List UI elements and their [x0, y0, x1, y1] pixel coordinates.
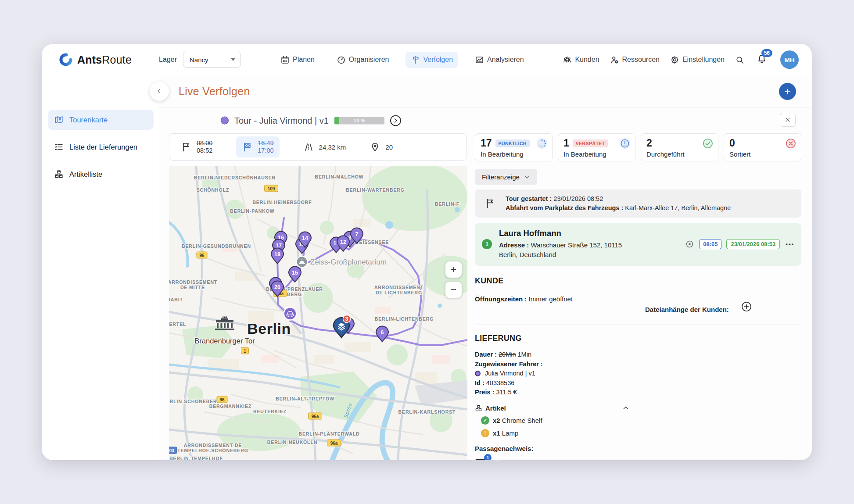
article-name: Lamp [502, 429, 519, 437]
stops-count: 20 [370, 142, 393, 153]
back-button[interactable] [150, 82, 169, 101]
spinner-icon [536, 138, 548, 149]
price-value: 311.5 € [496, 389, 517, 396]
planned-time-badge: 08:05 [699, 239, 721, 249]
proof-photo-button[interactable]: 1 [475, 458, 488, 461]
stat-label: In Bearbeitung [563, 150, 630, 158]
boxes-icon [475, 404, 482, 412]
person-gear-icon [610, 55, 619, 64]
district-label: IN-MOABIT [169, 297, 183, 302]
tab-analysieren[interactable]: Analysieren [470, 52, 529, 68]
svg-text:96: 96 [199, 253, 205, 258]
svg-text:15: 15 [292, 270, 298, 276]
sidebar-item-label: Tourenkarte [69, 116, 108, 124]
sidebar-item-artikelliste[interactable]: Artikelliste [48, 164, 154, 184]
start-time-planned: 08:00 [197, 139, 212, 147]
tour-area: Tour - Julia Virmond | v1 10 % [159, 107, 812, 460]
photo-count-badge: 1 [484, 454, 492, 461]
artikel-toggle[interactable]: Artikel [475, 404, 629, 412]
svg-text:7: 7 [355, 231, 359, 237]
tab-label: Planen [293, 56, 315, 64]
district-label: SCHÖNHOLZ [197, 187, 230, 193]
notification-count-badge: 56 [761, 49, 772, 57]
district-label: BERLIN-NIEDERSCHÖNHAUSEN [194, 175, 276, 180]
attachments-label: Dateianhänge der Kunden: [645, 306, 729, 313]
lieferung-section: LIEFERUNG Dauer : 20Min 1Min Zugewiesene… [475, 334, 801, 460]
antsroute-logo[interactable]: AntsRoute [58, 52, 132, 67]
map-zoom-out-button[interactable]: − [445, 282, 462, 298]
avatar[interactable]: MH [780, 50, 799, 69]
calendar-icon [280, 55, 290, 64]
info-icon [619, 138, 631, 149]
start-time: 08:00 08:52 [181, 139, 212, 154]
svg-text:03: 03 [169, 448, 174, 453]
driver-color-dot [475, 371, 481, 376]
tour-progress-label: 10 % [334, 117, 384, 124]
stat-label: Sortiert [729, 150, 796, 158]
road-badge: 109 [265, 185, 278, 192]
stat-card-sortiert: 0 Sortiert [724, 133, 801, 161]
sidebar-item-tourenkarte[interactable]: Tourenkarte [48, 110, 154, 130]
start-flag-icon [181, 142, 192, 153]
svg-text:96a: 96a [312, 414, 319, 419]
svg-text:3: 3 [345, 316, 348, 322]
stat-value: 17 [481, 137, 492, 149]
filter-display-button[interactable]: Filteranzeige [475, 169, 537, 185]
warehouse-label: Lager [159, 56, 177, 64]
stop-number-badge: 1 [482, 239, 492, 249]
district-label: BERLIN-LICHTENBERG [375, 316, 434, 322]
article-qty: x1 [493, 429, 500, 437]
pin-icon [370, 142, 380, 153]
article-row: ✓ x2 Chrome Shelf [481, 416, 801, 425]
cross-circle-icon [785, 138, 797, 149]
district-label: BERGMANNKIEZ [209, 404, 252, 409]
map-zoom-in-button[interactable]: + [445, 261, 462, 278]
stop-card-laura-hoffmann[interactable]: 1 Laura Hoffmann Adresse : Warschauer St… [475, 223, 801, 266]
close-panel-button[interactable] [780, 113, 796, 127]
nav-kunden[interactable]: Kunden [563, 55, 599, 64]
svg-text:18: 18 [274, 251, 280, 257]
driver-value: Julia Virmond | v1 [485, 370, 535, 377]
stat-card-puenktlich: 17 PÜNKTLICH In Bearbeitung [475, 133, 553, 161]
more-options-button[interactable]: ••• [786, 241, 794, 247]
sidebar-item-lieferungen[interactable]: Liste der Lieferungen [48, 137, 154, 157]
nav-einstellungen[interactable]: Einstellungen [670, 55, 725, 64]
start-time-actual: 08:52 [197, 147, 212, 154]
section-divider [475, 325, 801, 325]
warehouse-select[interactable]: Nancy [183, 52, 241, 68]
svg-text:96a: 96a [330, 441, 338, 446]
next-tour-button[interactable] [390, 115, 401, 126]
notifications-button[interactable]: 56 [757, 54, 767, 66]
add-button[interactable]: + [779, 83, 796, 100]
district-label: BERLIN-HEINERSDORF [252, 200, 312, 205]
district-label: BERLIN-F [435, 201, 459, 207]
brand-name: AntsRoute [77, 54, 132, 66]
page-header: Live Verfolgen + [159, 75, 812, 107]
svg-text:6: 6 [381, 329, 384, 336]
id-value: 40338536 [486, 379, 515, 386]
search-button[interactable] [735, 55, 744, 64]
district-label: BERLIN-MALCHOW [315, 174, 363, 179]
road-badge: 96a [327, 440, 341, 446]
chevron-right-icon [392, 117, 399, 124]
artikel-heading: Artikel [485, 404, 506, 412]
lieferung-heading: LIEFERUNG [475, 334, 801, 343]
signature-document-icon[interactable] [494, 459, 504, 461]
district-label: NSAVIERTEL [169, 322, 186, 327]
chevron-down-icon [231, 58, 235, 61]
tab-planen[interactable]: Planen [275, 52, 320, 68]
gauge-icon [337, 55, 346, 64]
tab-organisieren[interactable]: Organisieren [331, 52, 395, 68]
end-time: 16:49 17:00 [236, 136, 279, 157]
district-label: ARRONDISSEMENT DETEMPELHOF-SCHÖNEBERG [177, 443, 248, 453]
gear-icon [670, 55, 679, 64]
add-attachment-icon[interactable] [741, 301, 752, 312]
stat-label: Durchgeführt [646, 150, 713, 158]
target-icon[interactable] [685, 239, 694, 249]
poi-zeiss-planetarium[interactable]: Zeiss-Großplanetarium [297, 257, 387, 268]
map[interactable]: Zeiss-Großplanetarium Berlin Brandenburg… [169, 166, 467, 460]
tab-verfolgen[interactable]: Verfolgen [405, 52, 458, 68]
top-navbar: AntsRoute Lager Nancy Planen Organi [42, 44, 812, 75]
nav-ressourcen[interactable]: Ressourcen [610, 55, 660, 64]
main-content: Live Verfolgen + Tour - Julia Virmond | … [159, 75, 812, 460]
